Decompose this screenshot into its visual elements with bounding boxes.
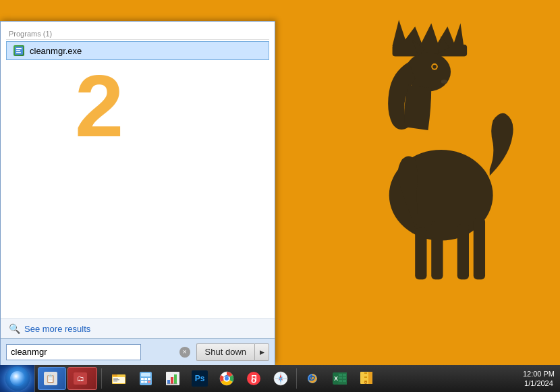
- itunes-icon: [246, 370, 262, 387]
- svg-rect-20: [113, 381, 117, 382]
- taskbar-icon-photoshop[interactable]: Ps: [187, 366, 213, 391]
- chart-icon: [165, 370, 181, 387]
- svg-point-70: [365, 382, 366, 383]
- svg-rect-23: [141, 378, 144, 380]
- time-display: 12:00 PM: [523, 369, 555, 379]
- svg-rect-27: [144, 381, 147, 383]
- svg-rect-25: [148, 378, 150, 380]
- svg-rect-60: [339, 380, 342, 382]
- svg-rect-56: [339, 374, 342, 376]
- search-row: × Shut down ▶: [1, 338, 275, 365]
- start-button[interactable]: [0, 365, 35, 392]
- svg-rect-44: [252, 375, 256, 376]
- svg-rect-5: [431, 221, 443, 280]
- taskbar-icon-itunes[interactable]: [241, 366, 267, 391]
- svg-rect-24: [144, 378, 147, 380]
- svg-text:X: X: [334, 375, 338, 382]
- search-icon: 🔍: [9, 323, 20, 334]
- svg-rect-19: [113, 379, 119, 381]
- clock: 12:00 PM 1/1/2024: [523, 369, 555, 389]
- svg-marker-0: [393, 20, 464, 46]
- desktop: Programs (1) cleanmgr.exe 2: [0, 0, 560, 392]
- start-menu-main: Programs (1) cleanmgr.exe: [1, 22, 275, 318]
- explorer-icon: [111, 370, 127, 387]
- svg-point-10: [441, 80, 448, 84]
- horse-silhouette: [310, 13, 526, 351]
- svg-rect-63: [368, 372, 372, 384]
- svg-point-37: [225, 376, 229, 381]
- svg-rect-58: [339, 377, 342, 379]
- date-display: 1/1/2024: [523, 379, 555, 388]
- taskbar-active-item-2[interactable]: 🗂: [67, 367, 97, 390]
- svg-rect-14: [16, 52, 21, 53]
- taskbar-pinned-area: Ps: [103, 365, 382, 392]
- excel-icon: X: [331, 370, 347, 387]
- shutdown-group: Shut down ▶: [196, 343, 269, 361]
- svg-rect-32: [174, 374, 177, 384]
- shutdown-arrow-button[interactable]: ▶: [254, 343, 269, 361]
- start-orb: [5, 366, 30, 391]
- taskbar-icon-calculator[interactable]: [133, 366, 159, 391]
- svg-rect-16: [112, 374, 117, 376]
- taskbar-separator-1: [101, 368, 102, 389]
- photoshop-icon: Ps: [192, 370, 208, 387]
- svg-rect-61: [343, 380, 346, 382]
- svg-rect-22: [141, 373, 150, 376]
- search-input[interactable]: [6, 344, 141, 360]
- see-more-link[interactable]: See more results: [24, 324, 90, 334]
- taskbar-icon-safari[interactable]: [268, 366, 293, 391]
- calculator-icon: [138, 370, 154, 387]
- active-icon-1: 📋: [44, 372, 57, 385]
- taskbar: 📋 🗂: [0, 365, 560, 392]
- svg-rect-12: [16, 48, 22, 49]
- taskbar-icon-firefox[interactable]: [300, 366, 325, 391]
- search-input-wrapper: ×: [6, 344, 192, 360]
- svg-rect-67: [364, 379, 367, 380]
- active-icon-2: 🗂: [74, 372, 87, 385]
- svg-point-9: [432, 65, 437, 69]
- svg-rect-28: [148, 381, 150, 383]
- shutdown-button[interactable]: Shut down: [196, 343, 254, 361]
- result-filename: cleanmgr.exe: [30, 46, 82, 56]
- svg-point-41: [252, 379, 255, 382]
- cleanmgr-icon: [13, 45, 24, 56]
- svg-rect-30: [167, 380, 170, 384]
- svg-rect-4: [415, 227, 426, 279]
- taskbar-active-item-1[interactable]: 📋: [38, 367, 66, 390]
- safari-icon: [273, 370, 289, 387]
- search-result-item[interactable]: cleanmgr.exe: [6, 41, 269, 60]
- taskbar-active-items: 📋 🗂: [35, 367, 100, 390]
- svg-rect-13: [16, 50, 20, 51]
- search-clear-button[interactable]: ×: [179, 347, 190, 358]
- taskbar-icon-excel[interactable]: X: [327, 366, 352, 391]
- svg-rect-59: [343, 377, 346, 379]
- svg-rect-7: [474, 218, 485, 279]
- taskbar-icon-explorer[interactable]: [106, 366, 132, 391]
- svg-rect-66: [364, 376, 367, 378]
- start-menu: Programs (1) cleanmgr.exe 2: [0, 21, 275, 365]
- svg-rect-6: [457, 225, 469, 280]
- taskbar-icon-winzip[interactable]: [354, 366, 379, 391]
- taskbar-tray: 12:00 PM 1/1/2024: [517, 365, 560, 392]
- firefox-icon: [304, 370, 320, 387]
- svg-rect-57: [343, 374, 346, 376]
- start-orb-inner: [10, 371, 25, 386]
- taskbar-icon-chrome[interactable]: [214, 366, 240, 391]
- svg-rect-31: [171, 377, 173, 384]
- taskbar-separator-2: [296, 368, 297, 389]
- programs-section-header: Programs (1): [6, 27, 269, 40]
- taskbar-icon-chart[interactable]: [160, 366, 186, 391]
- svg-rect-26: [141, 381, 144, 383]
- chrome-icon: [219, 370, 235, 387]
- result-icon: [12, 44, 26, 57]
- svg-rect-64: [364, 372, 367, 374]
- see-more-area: 🔍 See more results: [1, 318, 275, 338]
- svg-rect-18: [113, 378, 118, 379]
- winzip-icon: [358, 370, 374, 387]
- svg-rect-65: [364, 374, 367, 376]
